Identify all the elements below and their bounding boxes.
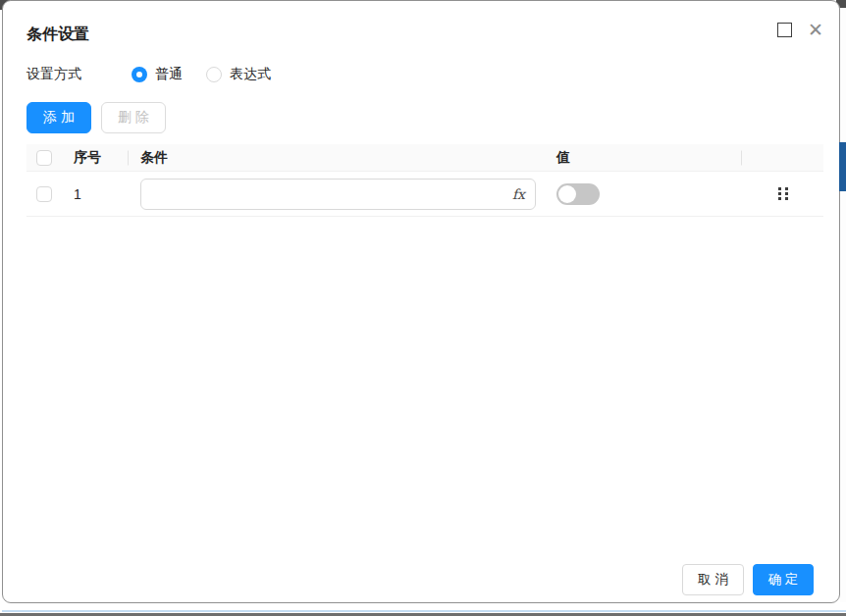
add-button[interactable]: 添 加 [26, 102, 91, 133]
function-icon[interactable]: fx [512, 186, 525, 202]
radio-option-normal-label: 普通 [155, 66, 183, 83]
settings-mode-row: 设置方式 普通 表达式 [26, 66, 271, 83]
settings-mode-radio-group: 普通 表达式 [132, 66, 271, 83]
maximize-icon[interactable] [777, 23, 792, 37]
conditions-table: 序号 条件 值 1 fx [26, 144, 823, 217]
table-header-row: 序号 条件 值 [26, 144, 823, 172]
condition-settings-dialog: 条件设置 ✕ 设置方式 普通 表达式 添 加 删 除 序号 条件 值 [2, 0, 840, 603]
radio-option-expression[interactable]: 表达式 [206, 66, 271, 83]
table-row: 1 fx [26, 172, 823, 217]
select-all-checkbox[interactable] [36, 150, 52, 166]
value-toggle[interactable] [556, 183, 600, 205]
condition-input[interactable] [140, 179, 536, 210]
row-index-cell: 1 [62, 186, 129, 202]
radio-selected-icon[interactable] [132, 67, 147, 82]
header-checkbox-cell [26, 150, 62, 166]
row-checkbox[interactable] [36, 186, 52, 202]
header-index-cell: 序号 [62, 149, 129, 167]
row-value-cell [551, 183, 742, 205]
dialog-title: 条件设置 [26, 25, 89, 45]
backdrop-right-strip [840, 8, 846, 602]
header-value-cell: 值 [551, 149, 742, 167]
drag-handle-icon[interactable] [778, 187, 788, 200]
delete-button[interactable]: 删 除 [101, 102, 166, 133]
value-toggle-knob [558, 185, 576, 203]
dialog-footer: 取 消 确 定 [682, 564, 814, 595]
condition-input-wrap: fx [140, 179, 536, 210]
confirm-button[interactable]: 确 定 [753, 564, 814, 595]
toolbar: 添 加 删 除 [26, 102, 166, 133]
close-icon[interactable]: ✕ [808, 23, 823, 37]
radio-unselected-icon[interactable] [206, 67, 222, 82]
backdrop-right-blue-block [839, 142, 846, 191]
row-actions-cell [742, 187, 823, 200]
header-condition-cell: 条件 [129, 149, 551, 167]
row-checkbox-cell [26, 186, 62, 202]
cancel-button[interactable]: 取 消 [682, 564, 743, 595]
backdrop-bottom-blue-line [2, 610, 846, 612]
window-controls: ✕ [777, 23, 823, 37]
row-condition-cell: fx [129, 179, 551, 210]
radio-option-normal[interactable]: 普通 [132, 66, 183, 83]
radio-option-expression-label: 表达式 [230, 66, 271, 83]
settings-mode-label: 设置方式 [26, 66, 132, 83]
